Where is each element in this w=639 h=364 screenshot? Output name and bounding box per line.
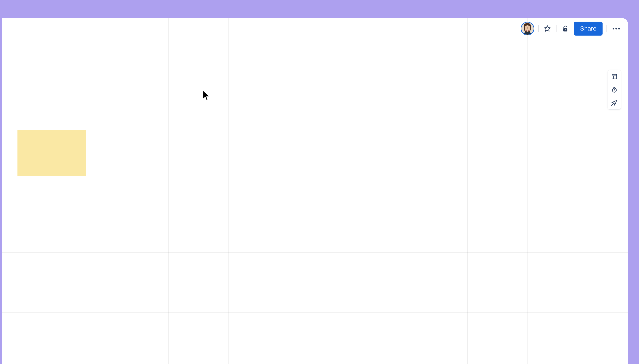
toolbar-divider	[538, 25, 538, 32]
right-tool-panel	[608, 70, 621, 110]
star-icon	[544, 25, 551, 32]
canvas-window: Share	[2, 18, 628, 364]
more-icon	[616, 28, 617, 30]
canvas-grid[interactable]	[2, 18, 628, 364]
app-frame: Share	[0, 0, 639, 364]
more-icon	[612, 28, 614, 30]
timer-tool[interactable]	[610, 86, 618, 94]
unlock-icon	[562, 25, 569, 32]
svg-point-6	[528, 28, 529, 28]
svg-line-16	[612, 104, 614, 106]
svg-point-8	[565, 30, 566, 30]
share-button[interactable]: Share	[574, 22, 602, 36]
pointer-tool[interactable]	[610, 99, 618, 107]
svg-rect-9	[612, 74, 617, 79]
toolbar-divider	[556, 25, 556, 32]
timer-icon	[611, 87, 618, 93]
top-toolbar: Share	[521, 22, 622, 36]
more-icon	[618, 28, 620, 30]
unlock-button[interactable]	[560, 24, 570, 34]
svg-point-5	[526, 28, 526, 28]
avatar-icon	[521, 22, 534, 35]
more-button[interactable]	[611, 26, 622, 31]
layout-icon	[611, 74, 618, 80]
pointer-tool-icon	[611, 100, 618, 106]
sticky-note[interactable]	[18, 130, 86, 176]
user-avatar[interactable]	[521, 22, 534, 35]
star-button[interactable]	[542, 24, 552, 34]
toolbar-divider	[606, 25, 607, 32]
layout-tool[interactable]	[610, 73, 618, 80]
